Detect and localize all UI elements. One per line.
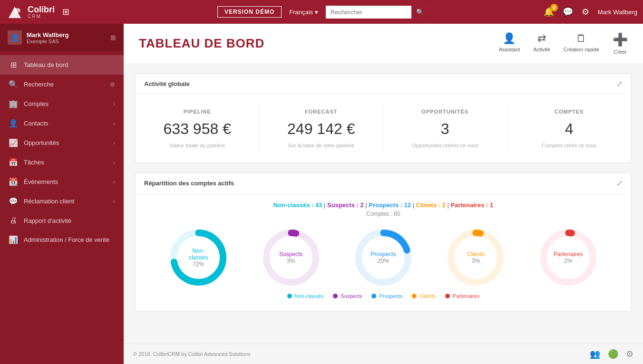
sidebar-item-reclamation[interactable]: 💬 Réclamation client › [0,192,124,211]
legend-clients[interactable]: Clients : 2 [416,201,446,209]
donut-wrapper-3: Clients 3% [445,227,507,288]
creer-action[interactable]: ➕ Créer [613,32,628,55]
donut-pct-1: 3% [279,258,302,264]
sidebar-company: Exemple SAS [27,38,68,44]
kpi-opportunites-label: OPPORTUNITÉS [395,109,496,115]
legend-partenaires[interactable]: Partenaires : 1 [451,201,494,209]
notification-bell-icon[interactable]: 🔔 8 [544,7,554,17]
sidebar-label-0: Tableau de bord [24,61,115,68]
activity-card-header: Activité globale ⤢ [136,74,631,95]
opportunites-icon: 📈 [9,138,18,147]
kpi-opportunites-sub: Opportunités créées ce mois [395,143,496,148]
contacts-chevron-icon: › [113,120,115,127]
username-display[interactable]: Mark Wallberg [598,9,637,16]
sidebar-item-admin[interactable]: 📊 Administration / Force de vente [0,230,124,249]
sidebar-item-taches[interactable]: 📅 Tâches › [0,153,124,172]
legend-item-1: Suspects [333,293,362,299]
sidebar-label-2: Comptes [24,100,107,107]
sidebar-item-rapport[interactable]: 🖨 Rapport d'activité [0,211,124,230]
donut-grid: Non-classés 72% Suspects 3% [145,227,622,288]
settings-icon[interactable]: ⚙ [582,7,589,17]
sidebar-label-6: Événements [24,178,107,185]
sidebar-label-5: Tâches [24,159,107,166]
donut-wrapper-0: Non-classés 72% [167,227,229,288]
recherche-settings-icon: ⚙ [110,81,115,88]
donut-item-2: Prospects 20% [340,227,427,288]
legend-item-0: Non-classés [287,293,324,299]
chart-total: Comptes : 60 [145,211,622,217]
activity-card: Activité globale ⤢ PIPELINE 633 958 € Va… [135,73,632,163]
legend-dot-3 [412,294,417,298]
kpi-pipeline-sub: Valeur totale du pipeline [147,143,248,148]
sidebar-label-3: Contacts [24,120,107,127]
donut-item-3: Clients 3% [432,227,519,288]
sidebar-item-comptes[interactable]: 🏢 Comptes › [0,94,124,114]
legend-prospects[interactable]: Prospects : 12 [369,201,411,209]
svg-point-1 [14,8,20,13]
sidebar-username: Mark Wallberg [27,31,68,38]
donut-label-text-2: Prospects [370,251,396,258]
app-sub: CRM [28,14,55,19]
donut-pct-0: 72% [183,261,214,268]
messages-icon[interactable]: 💬 [563,7,573,17]
language-selector[interactable]: Français ▾ [289,9,318,16]
page-header: TABLEAU DE BORD 👤 Assistant ⇄ Activité 🗒… [124,24,643,64]
grid-menu-icon[interactable]: ⊞ [62,7,69,17]
legend-text-3: Clients [419,293,436,299]
donut-label-center-2: Prospects 20% [370,251,396,264]
legend-dot-0 [287,294,292,298]
kpi-opportunites-value: 3 [395,120,496,138]
taches-chevron-icon: › [113,159,115,166]
legend-row: Non-classés Suspects Prospects Clients P… [145,288,622,304]
creer-label: Créer [614,49,627,55]
legend-suspects[interactable]: Suspects : 2 [327,201,364,209]
creation-rapide-label: Création rapide [564,47,599,52]
repartition-card-header: Répartition des comptes actifs ⤢ [136,173,631,194]
version-badge: VERSION DÉMO [217,6,282,18]
colibri-logo-icon [6,3,24,21]
sidebar: 👤 Mark Wallberg Exemple SAS ⊞ ⊞ Tableau … [0,24,124,331]
search-input[interactable] [326,6,411,18]
activite-label: Activité [533,47,550,52]
user-menu-icon[interactable]: ⊞ [110,34,116,41]
kpi-comptes: COMPTES 4 Comptes créés ce mois [507,104,632,153]
kpi-opportunites: OPPORTUNITÉS 3 Opportunités créées ce mo… [383,104,507,153]
sidebar-item-tableau-de-bord[interactable]: ⊞ Tableau de bord [0,55,124,75]
legend-dot-1 [333,294,338,298]
donut-wrapper-1: Suspects 3% [260,227,322,288]
app-name: Colibri [28,5,55,14]
search-button[interactable]: 🔍 [411,6,429,19]
donut-pct-4: 2% [554,258,583,264]
kpi-comptes-label: COMPTES [519,109,620,115]
donut-label-center-4: Partenaires 2% [554,251,583,264]
repartition-card: Répartition des comptes actifs ⤢ Non-cla… [135,172,632,312]
admin-icon: 📊 [9,235,18,244]
legend-non-classes[interactable]: Non-classés : 43 [273,201,322,209]
activity-card-title: Activité globale [144,80,190,87]
evenements-chevron-icon: › [113,179,115,185]
repartition-expand-icon[interactable]: ⤢ [616,179,623,188]
sidebar-item-opportunites[interactable]: 📈 Opportunités › [0,133,124,153]
reclamation-chevron-icon: › [113,198,115,205]
sidebar-item-evenements[interactable]: 📆 Événements › [0,172,124,192]
sidebar-item-recherche[interactable]: 🔍 Recherche ⚙ [0,75,124,94]
donut-label-text-1: Suspects [279,251,302,258]
creation-rapide-action[interactable]: 🗒 Création rapide [564,32,599,55]
comptes-icon: 🏢 [9,99,18,108]
legend-dot-4 [445,294,450,298]
creation-rapide-icon: 🗒 [576,32,586,45]
assistant-action[interactable]: 👤 Assistant [499,32,520,55]
logo-area: Colibri CRM ⊞ [6,3,110,21]
activite-action[interactable]: ⇄ Activité [533,32,550,55]
dashboard-icon: ⊞ [9,60,18,69]
sidebar-label-9: Administration / Force de vente [24,236,115,243]
kpi-pipeline-label: PIPELINE [147,109,248,115]
sidebar-item-contacts[interactable]: 👤 Contacts › [0,114,124,133]
legend-item-3: Clients [412,293,436,299]
top-nav-center: VERSION DÉMO Français ▾ 🔍 [110,6,536,19]
user-avatar: 👤 [8,30,22,45]
activity-expand-icon[interactable]: ⤢ [616,79,623,88]
kpi-forecast-sub: Sur la base de votre pipeline [271,143,372,148]
evenements-icon: 📆 [9,177,18,186]
donut-item-4: Partenaires 2% [525,227,612,288]
